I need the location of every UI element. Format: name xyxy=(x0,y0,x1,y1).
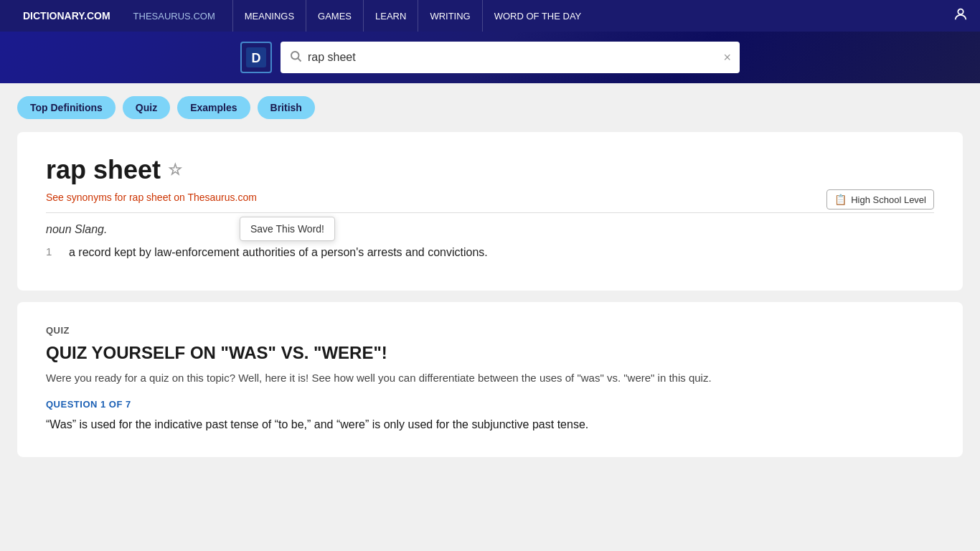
main-content: rap sheet ☆ See synonyms for rap sheet o… xyxy=(0,132,980,457)
definition-list: 1 a record kept by law-enforcement autho… xyxy=(46,243,934,262)
def-number: 1 xyxy=(46,243,57,262)
svg-line-4 xyxy=(298,58,301,61)
quiz-question-number: QUESTION 1 OF 7 xyxy=(46,399,934,410)
quiz-card: QUIZ QUIZ YOURSELF ON "WAS" VS. "WERE"! … xyxy=(17,302,963,457)
user-icon[interactable] xyxy=(953,6,969,26)
word-title: rap sheet ☆ xyxy=(46,155,934,185)
nav-links: MEANINGS GAMES LEARN WRITING WORD OF THE… xyxy=(232,0,593,32)
word-text: rap sheet xyxy=(46,155,161,185)
quiz-question-text: “Was” is used for the indicative past te… xyxy=(46,415,934,434)
def-text: a record kept by law-enforcement authori… xyxy=(69,243,488,262)
tabs-area: Top Definitions Quiz Examples British xyxy=(0,83,980,132)
top-nav: DICTIONARY.COM THESAURUS.COM MEANINGS GA… xyxy=(0,0,980,32)
quiz-title: QUIZ YOURSELF ON "WAS" VS. "WERE"! xyxy=(46,343,934,363)
svg-text:D: D xyxy=(252,51,261,65)
definition-item: 1 a record kept by law-enforcement autho… xyxy=(46,243,934,262)
divider xyxy=(46,212,934,213)
search-clear-button[interactable]: × xyxy=(723,50,731,65)
synonyms-link[interactable]: See synonyms for rap sheet on Thesaurus.… xyxy=(46,192,257,203)
definition-card: rap sheet ☆ See synonyms for rap sheet o… xyxy=(17,132,963,291)
search-input[interactable] xyxy=(308,51,717,64)
dict-logo-icon: D xyxy=(240,42,272,73)
level-icon: 📋 xyxy=(834,194,847,205)
tab-examples[interactable]: Examples xyxy=(177,96,250,119)
part-of-speech: noun Slang. xyxy=(46,223,934,236)
nav-writing[interactable]: WRITING xyxy=(418,0,481,32)
tab-quiz[interactable]: Quiz xyxy=(123,96,170,119)
search-icon xyxy=(289,50,302,65)
thesaurus-link[interactable]: THESAURUS.COM xyxy=(122,11,227,22)
search-box: × xyxy=(281,42,740,73)
level-text: High School Level xyxy=(851,194,926,205)
tab-top-definitions[interactable]: Top Definitions xyxy=(17,96,116,119)
quiz-label: QUIZ xyxy=(46,325,934,336)
level-badge: 📋 High School Level xyxy=(826,189,934,209)
search-bar-area: D × xyxy=(0,32,980,83)
svg-point-3 xyxy=(291,52,299,60)
nav-learn[interactable]: LEARN xyxy=(363,0,418,32)
tab-british[interactable]: British xyxy=(258,96,315,119)
quiz-description: Were you ready for a quiz on this topic?… xyxy=(46,370,934,387)
save-word-tooltip: Save This Word! xyxy=(240,217,335,241)
nav-games[interactable]: GAMES xyxy=(306,0,363,32)
star-icon[interactable]: ☆ xyxy=(168,161,182,179)
svg-point-0 xyxy=(958,9,963,14)
nav-meanings[interactable]: MEANINGS xyxy=(232,0,306,32)
nav-word-of-the-day[interactable]: WORD OF THE DAY xyxy=(482,0,593,32)
dictionary-logo[interactable]: DICTIONARY.COM xyxy=(11,10,122,22)
